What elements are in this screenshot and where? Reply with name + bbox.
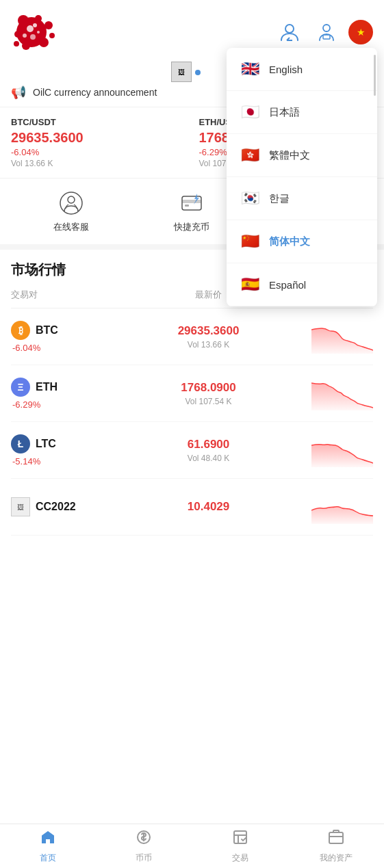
- home-icon: [40, 829, 56, 850]
- svg-point-7: [14, 41, 19, 47]
- cc2022-coin-price: 10.4029: [142, 500, 274, 514]
- btc-left: ₿ BTC -6.04%: [11, 321, 142, 353]
- lang-spanish[interactable]: 🇪🇸 Español: [227, 263, 377, 306]
- ticker-btc[interactable]: BTC/USDT 29635.3600 -6.04% Vol 13.66 K: [11, 117, 185, 168]
- cc2022-icon: 🖼: [11, 497, 30, 516]
- svg-point-2: [44, 21, 53, 29]
- nav-home[interactable]: 首页: [0, 824, 96, 869]
- hk-flag: 🇭🇰: [240, 146, 259, 164]
- lang-korean[interactable]: 🇰🇷 한글: [227, 177, 377, 220]
- english-flag: 🇬🇧: [240, 60, 259, 78]
- japanese-flag: 🇯🇵: [240, 103, 259, 121]
- nav-coin[interactable]: 币币: [96, 824, 192, 869]
- svg-point-6: [35, 15, 42, 22]
- service-icon: [57, 189, 85, 217]
- announcement-icon: 📢: [11, 85, 26, 100]
- btc-chart: [274, 319, 373, 354]
- svg-point-20: [68, 196, 75, 203]
- svg-point-5: [22, 42, 30, 50]
- eth-chart: [274, 376, 373, 410]
- deposit-icon: [178, 189, 205, 217]
- cc2022-chart: [274, 490, 373, 524]
- cc2022-mini-chart: [311, 490, 373, 524]
- svg-rect-22: [182, 200, 201, 203]
- bottom-nav: 首页 币币 交易 我的资产: [0, 824, 384, 868]
- ltc-coin-icon: Ł: [11, 434, 30, 453]
- btc-price: 29635.3600: [11, 130, 185, 146]
- lang-japanese[interactable]: 🇯🇵 日本語: [227, 91, 377, 134]
- svg-rect-29: [234, 831, 246, 843]
- svg-rect-32: [329, 832, 343, 843]
- eth-coin-price: 1768.0900: [142, 381, 274, 395]
- btc-vol: Vol 13.66 K: [11, 159, 185, 168]
- nav-coin-label: 币币: [136, 852, 152, 864]
- btc-change: -6.04%: [11, 147, 185, 157]
- support-button[interactable]: [311, 17, 342, 47]
- japanese-label: 日本語: [269, 106, 300, 119]
- svg-point-13: [37, 31, 40, 34]
- svg-point-9: [27, 25, 34, 32]
- svg-point-12: [30, 34, 36, 40]
- ltc-chart: [274, 433, 373, 467]
- scrollbar: [374, 55, 376, 96]
- btc-coin-change: -6.04%: [11, 343, 142, 353]
- language-button[interactable]: ★: [348, 20, 373, 44]
- svg-point-4: [39, 38, 49, 47]
- btc-coin-icon: ₿: [11, 321, 30, 340]
- svg-point-14: [285, 25, 294, 33]
- svg-rect-18: [323, 35, 330, 39]
- nav-trade-label: 交易: [232, 852, 248, 864]
- cc2022-coin-name: CC2022: [36, 501, 76, 513]
- ltc-left: Ł LTC -5.14%: [11, 434, 142, 466]
- eth-coin-vol: Vol 107.54 K: [142, 397, 274, 406]
- english-label: English: [269, 64, 303, 75]
- header-icons: ★: [274, 17, 373, 47]
- korean-flag: 🇰🇷: [240, 189, 259, 207]
- eth-mini-chart: [311, 376, 373, 410]
- market-row-eth[interactable]: Ξ ETH -6.29% 1768.0900 Vol 107.54 K: [11, 365, 373, 422]
- app-logo: [11, 8, 66, 56]
- svg-point-8: [49, 33, 55, 38]
- traditional-chinese-label: 繁體中文: [269, 149, 310, 162]
- nav-home-label: 首页: [40, 852, 56, 864]
- trade-icon: [232, 829, 248, 850]
- cn-flag: 🇨🇳: [240, 233, 259, 250]
- svg-point-10: [23, 34, 27, 38]
- svg-point-11: [33, 23, 37, 27]
- coin-icon: [136, 829, 152, 850]
- ltc-coin-price: 61.6900: [142, 438, 274, 451]
- ltc-center: 61.6900 Vol 48.40 K: [142, 438, 274, 463]
- lang-english[interactable]: 🇬🇧 English: [227, 48, 377, 91]
- deposit-label: 快捷充币: [174, 221, 209, 233]
- lang-traditional-chinese[interactable]: 🇭🇰 繁體中文: [227, 134, 377, 177]
- svg-point-3: [14, 31, 21, 38]
- ltc-coin-name: LTC: [36, 438, 56, 450]
- header-pair: 交易对: [11, 289, 142, 301]
- nav-trade[interactable]: 交易: [192, 824, 288, 869]
- korean-label: 한글: [269, 192, 290, 205]
- btc-pair: BTC/USDT: [11, 117, 185, 127]
- market-row-cc2022[interactable]: 🖼 CC2022 10.4029: [11, 479, 373, 536]
- svg-rect-23: [185, 205, 189, 207]
- eth-coin-change: -6.29%: [11, 399, 142, 410]
- service-label: 在线客服: [53, 221, 89, 233]
- market-row-btc[interactable]: ₿ BTC -6.04% 29635.3600 Vol 13.66 K: [11, 308, 373, 365]
- quick-action-service[interactable]: 在线客服: [11, 189, 131, 233]
- svg-point-17: [323, 25, 330, 31]
- language-dropdown: 🇬🇧 English 🇯🇵 日本語 🇭🇰 繁體中文 🇰🇷 한글 🇨🇳 简体中文 …: [227, 48, 377, 306]
- eth-center: 1768.0900 Vol 107.54 K: [142, 381, 274, 406]
- announcement-text: OilC currency announcement: [33, 87, 157, 98]
- btc-coin-name: BTC: [36, 324, 58, 337]
- dot-2: [195, 70, 201, 75]
- ltc-mini-chart: [311, 433, 373, 467]
- btc-mini-chart: [311, 319, 373, 354]
- svg-point-1: [18, 15, 29, 26]
- profile-button[interactable]: [274, 17, 305, 47]
- ltc-coin-vol: Vol 48.40 K: [142, 453, 274, 463]
- market-row-ltc[interactable]: Ł LTC -5.14% 61.6900 Vol 48.40 K: [11, 422, 373, 479]
- nav-assets[interactable]: 我的资产: [288, 824, 384, 869]
- simplified-chinese-label: 简体中文: [269, 235, 310, 248]
- cc2022-center: 10.4029: [142, 500, 274, 514]
- cc2022-left: 🖼 CC2022: [11, 497, 142, 516]
- lang-simplified-chinese[interactable]: 🇨🇳 简体中文: [227, 220, 377, 263]
